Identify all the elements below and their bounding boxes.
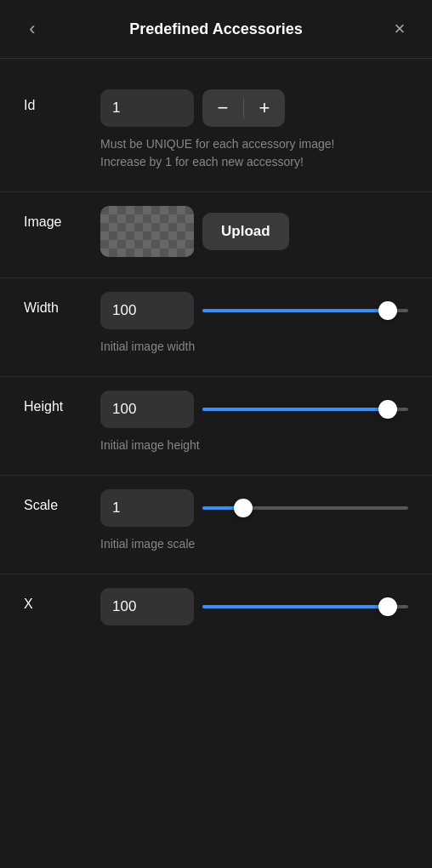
id-controls: − + Must be UNIQUE for each accessory im… [100,89,408,171]
back-button[interactable]: ‹ [17,14,48,44]
width-track-fill [202,309,388,312]
scale-slider[interactable] [202,498,408,518]
scale-input[interactable] [100,489,194,527]
id-stepper: − + [202,89,285,127]
x-slider-wrapper [202,597,408,617]
scale-controls: Initial image scale [100,489,408,553]
width-slider-wrapper [202,300,408,321]
id-increment-button[interactable]: + [244,89,285,127]
header: ‹ Predefined Accessories × [0,0,432,59]
scale-label: Scale [24,489,100,513]
id-field-row: Id − + Must be UNIQUE for each accessory… [24,76,408,185]
scale-field-row: Scale Initial image scale [24,476,408,567]
x-slider[interactable] [202,597,408,617]
x-input[interactable] [100,588,194,625]
width-field-row: Width Initial image width [24,278,408,369]
x-thumb[interactable] [378,597,397,616]
width-input[interactable] [100,292,194,329]
image-field-row: Image Upload [24,192,408,271]
height-slider-wrapper [202,399,408,420]
width-controls: Initial image width [100,292,408,356]
width-label: Width [24,292,100,316]
upload-button[interactable]: Upload [202,213,289,250]
id-hint: Must be UNIQUE for each accessory image!… [100,135,338,171]
height-track-fill [202,408,388,411]
height-slider[interactable] [202,399,408,420]
scale-slider-wrapper [202,498,408,518]
id-decrement-button[interactable]: − [202,89,243,127]
close-button[interactable]: × [384,14,415,44]
checkerboard-pattern [100,206,194,257]
width-slider[interactable] [202,300,408,321]
page-title: Predefined Accessories [48,20,384,38]
width-hint: Initial image width [100,338,338,356]
id-label: Id [24,89,100,113]
image-preview [100,206,194,257]
scale-hint: Initial image scale [100,535,338,553]
height-input[interactable] [100,391,194,428]
height-thumb[interactable] [378,400,397,419]
image-controls: Upload [100,206,408,257]
x-field-row: X [24,574,408,639]
id-input[interactable] [100,89,194,127]
content-area: Id − + Must be UNIQUE for each accessory… [0,59,432,663]
x-controls [100,588,408,625]
x-label: X [24,588,100,612]
scale-thumb[interactable] [234,499,253,517]
width-thumb[interactable] [378,301,397,320]
height-label: Height [24,391,100,414]
image-label: Image [24,206,100,230]
x-track-fill [202,605,388,608]
height-field-row: Height Initial image height [24,377,408,468]
height-hint: Initial image height [100,437,338,454]
height-controls: Initial image height [100,391,408,454]
